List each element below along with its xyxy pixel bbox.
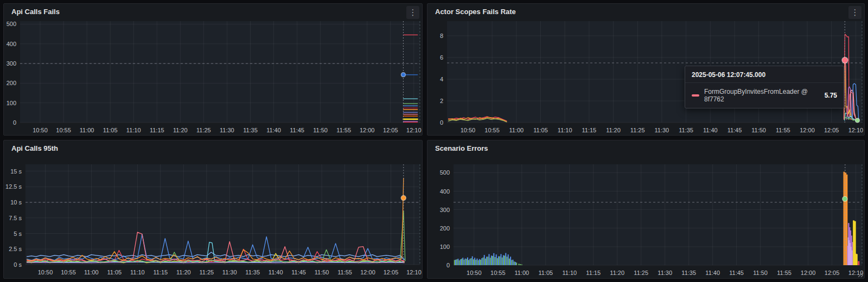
svg-text:0: 0 (13, 119, 16, 126)
svg-text:10:55: 10:55 (484, 127, 500, 133)
svg-text:11:30: 11:30 (658, 270, 672, 276)
svg-text:11:05: 11:05 (533, 127, 548, 133)
tooltip-timestamp: 2025-05-06 12:07:45.000 (685, 66, 844, 83)
svg-text:11:30: 11:30 (222, 269, 237, 275)
svg-text:500: 500 (440, 169, 450, 176)
svg-text:11:40: 11:40 (703, 127, 718, 133)
svg-text:12:05: 12:05 (825, 270, 840, 276)
svg-text:11:40: 11:40 (269, 269, 283, 275)
panel-title[interactable]: Api Calls Fails (11, 8, 60, 16)
panel-menu-button[interactable]: ⋮ (848, 6, 861, 19)
svg-text:11:00: 11:00 (514, 270, 529, 276)
svg-text:11:20: 11:20 (610, 270, 624, 276)
timeseries-chart[interactable]: 010020030040050010:5010:5511:0011:0511:1… (4, 4, 423, 136)
svg-text:11:00: 11:00 (509, 127, 524, 133)
kebab-icon: ⋮ (851, 8, 859, 17)
svg-text:12:00: 12:00 (360, 127, 375, 133)
svg-text:10:50: 10:50 (33, 127, 48, 133)
series-color-swatch (692, 94, 699, 97)
svg-text:5 s: 5 s (14, 230, 22, 237)
svg-text:11:45: 11:45 (291, 269, 306, 275)
svg-text:11:00: 11:00 (80, 127, 94, 133)
svg-text:12:10: 12:10 (406, 269, 422, 275)
svg-text:11:55: 11:55 (337, 269, 352, 275)
svg-text:12:10: 12:10 (848, 127, 864, 133)
panel-api-calls-95th: Api Calls 95th 0 s2.5 s5 s7.5 s10 s12.5 … (3, 140, 423, 279)
panel-title[interactable]: Scenario Errors (435, 144, 488, 152)
svg-text:10 s: 10 s (10, 199, 22, 206)
svg-text:7.5 s: 7.5 s (9, 215, 22, 221)
svg-text:0: 0 (446, 262, 450, 268)
svg-text:10:55: 10:55 (56, 127, 71, 133)
svg-text:11:15: 11:15 (153, 269, 168, 275)
svg-text:11:45: 11:45 (727, 127, 742, 133)
svg-text:11:30: 11:30 (220, 127, 234, 133)
svg-text:11:25: 11:25 (634, 270, 648, 276)
svg-text:4: 4 (440, 76, 443, 82)
svg-text:8: 8 (440, 33, 443, 39)
svg-text:15 s: 15 s (10, 168, 22, 175)
svg-text:11:45: 11:45 (290, 127, 304, 133)
svg-text:11:55: 11:55 (336, 127, 351, 133)
svg-text:0: 0 (440, 119, 443, 126)
svg-text:11:00: 11:00 (84, 269, 99, 275)
timeseries-chart[interactable]: 010020030040050010:5010:5511:0011:0511:1… (427, 140, 865, 279)
svg-text:11:35: 11:35 (681, 270, 696, 276)
svg-text:6: 6 (440, 54, 443, 61)
svg-text:12:00: 12:00 (800, 127, 815, 133)
svg-text:11:05: 11:05 (107, 269, 122, 275)
svg-text:2.5 s: 2.5 s (9, 246, 22, 252)
svg-text:300: 300 (7, 60, 16, 67)
panel-title[interactable]: Api Calls 95th (11, 144, 58, 152)
svg-text:11:20: 11:20 (176, 269, 191, 275)
svg-text:11:50: 11:50 (315, 269, 329, 275)
svg-text:10:55: 10:55 (490, 270, 506, 276)
svg-text:12:05: 12:05 (384, 269, 399, 275)
svg-text:11:05: 11:05 (538, 270, 553, 276)
panel-menu-button[interactable]: ⋮ (406, 6, 419, 19)
svg-text:11:40: 11:40 (705, 270, 720, 276)
svg-text:10:50: 10:50 (461, 127, 476, 133)
svg-text:11:20: 11:20 (173, 127, 188, 133)
svg-text:11:25: 11:25 (196, 127, 211, 133)
svg-text:11:45: 11:45 (729, 270, 744, 276)
svg-text:11:55: 11:55 (777, 270, 792, 276)
svg-text:11:15: 11:15 (582, 127, 597, 133)
svg-text:11:05: 11:05 (103, 127, 118, 133)
svg-text:11:15: 11:15 (586, 270, 601, 276)
svg-text:100: 100 (440, 243, 450, 250)
svg-text:10:50: 10:50 (467, 270, 482, 276)
svg-text:500: 500 (7, 21, 16, 27)
svg-text:11:35: 11:35 (679, 127, 693, 133)
svg-text:11:30: 11:30 (655, 127, 669, 133)
svg-text:12:05: 12:05 (383, 127, 398, 133)
timeseries-chart[interactable]: 0 s2.5 s5 s7.5 s10 s12.5 s15 s10:5010:55… (4, 140, 423, 279)
svg-text:12:10: 12:10 (406, 127, 422, 133)
svg-text:300: 300 (440, 207, 450, 213)
svg-text:11:15: 11:15 (150, 127, 164, 133)
svg-text:10:50: 10:50 (38, 269, 53, 275)
panel-title[interactable]: Actor Scopes Fails Rate (435, 8, 516, 16)
panel-scenario-errors: Scenario Errors 010020030040050010:5010:… (427, 140, 865, 279)
svg-text:12.5 s: 12.5 s (5, 183, 22, 190)
panel-resize-handle[interactable] (858, 272, 863, 277)
svg-text:11:25: 11:25 (630, 127, 645, 133)
svg-text:11:10: 11:10 (558, 127, 572, 133)
svg-text:12:00: 12:00 (801, 270, 816, 276)
svg-text:12:00: 12:00 (360, 269, 375, 275)
tooltip-series-value: 5.75 (825, 92, 837, 99)
svg-text:11:10: 11:10 (126, 127, 141, 133)
chart-tooltip: 2025-05-06 12:07:45.000 FormGroupByInvit… (685, 66, 844, 108)
svg-text:200: 200 (7, 80, 16, 86)
svg-text:11:50: 11:50 (753, 270, 768, 276)
svg-text:11:55: 11:55 (776, 127, 790, 133)
kebab-icon: ⋮ (409, 8, 417, 17)
svg-text:11:25: 11:25 (199, 269, 214, 275)
svg-text:400: 400 (7, 41, 16, 47)
svg-text:200: 200 (440, 225, 450, 232)
svg-text:11:35: 11:35 (243, 127, 258, 133)
svg-text:12:05: 12:05 (824, 127, 839, 133)
svg-text:2: 2 (440, 98, 443, 104)
tooltip-series-label: FormGroupByInvitesFromLeader @ 8f7762 (704, 88, 820, 103)
svg-text:11:50: 11:50 (313, 127, 328, 133)
